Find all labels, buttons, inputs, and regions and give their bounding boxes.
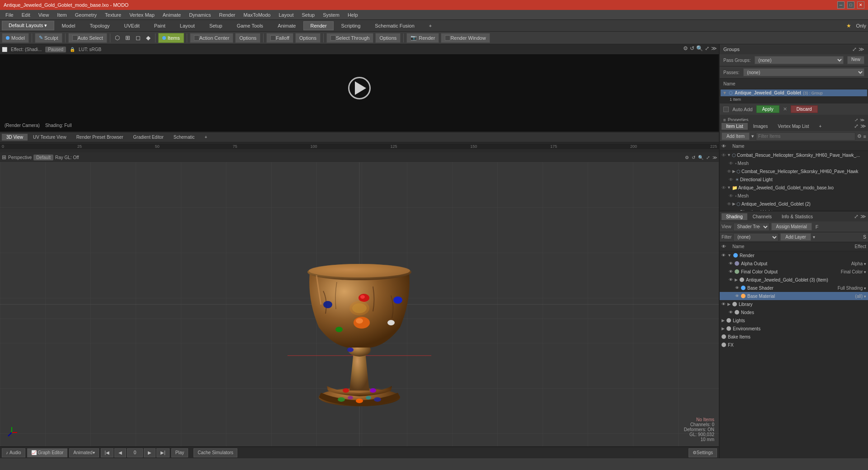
tab-vertex-map[interactable]: Vertex Map List bbox=[774, 123, 814, 130]
menu-view[interactable]: View bbox=[35, 11, 53, 19]
tab-gradient[interactable]: Gradient Editor bbox=[129, 134, 168, 141]
options-button-1[interactable]: Options bbox=[235, 33, 260, 43]
search-icon[interactable]: 🔍 bbox=[698, 155, 703, 160]
refresh-icon[interactable]: ↺ bbox=[692, 155, 695, 160]
settings-icon[interactable]: ⚙ bbox=[685, 155, 689, 160]
new-pass-group-button[interactable]: New bbox=[847, 56, 864, 64]
tab-channels[interactable]: Channels bbox=[748, 213, 776, 220]
viewport-3d[interactable]: No Items Channels: 0 Deformers: ON GL: 9… bbox=[0, 162, 719, 446]
refresh-icon[interactable]: ↺ bbox=[690, 45, 694, 52]
tab-render[interactable]: Render bbox=[303, 21, 333, 30]
shader-row-final-color[interactable]: 👁 Final Color Output Final Color ▾ bbox=[720, 268, 868, 276]
shader-row-base-material[interactable]: 👁 Base Material (all) ▾ bbox=[720, 292, 868, 300]
menu-geometry[interactable]: Geometry bbox=[71, 11, 100, 19]
expand-icon[interactable]: ⤢ bbox=[706, 155, 710, 160]
eye-icon[interactable]: 👁 bbox=[722, 302, 726, 306]
select-through-checkbox[interactable] bbox=[330, 35, 336, 41]
model-button[interactable]: Model bbox=[2, 33, 29, 43]
add-item-button[interactable]: Add Item bbox=[722, 132, 750, 140]
item-row[interactable]: 👁 ▼ 📁 Antique_Jeweled_Gold_Goblet_modo_b… bbox=[720, 183, 868, 192]
vert-icon[interactable]: ⬡ bbox=[113, 33, 122, 42]
action-center-button[interactable]: Action Center bbox=[190, 33, 234, 43]
eye-icon[interactable]: 👁 bbox=[729, 193, 733, 198]
tab-uv-texture[interactable]: UV Texture View bbox=[28, 134, 71, 141]
menu-edit[interactable]: Edit bbox=[18, 11, 34, 19]
eye-icon[interactable]: 👁 bbox=[729, 210, 733, 211]
shader-row-alpha[interactable]: 👁 Alpha Output Alpha ▾ bbox=[720, 259, 868, 268]
shader-row-lights[interactable]: ▶ Lights bbox=[720, 316, 868, 324]
settings-icon[interactable]: ⚙ bbox=[683, 45, 688, 52]
menu-texture[interactable]: Texture bbox=[101, 11, 125, 19]
item-row[interactable]: 👁 ▪ Mesh bbox=[720, 159, 868, 167]
zoom-icon[interactable]: 🔍 bbox=[696, 45, 703, 52]
tab-animate[interactable]: Animate bbox=[271, 21, 302, 30]
menu-layout[interactable]: Layout bbox=[275, 11, 297, 19]
auto-add-checkbox[interactable] bbox=[723, 107, 729, 112]
shader-row-base-shader[interactable]: 👁 Base Shader Full Shading ▾ bbox=[720, 284, 868, 292]
eye-icon[interactable]: 👁 bbox=[729, 269, 733, 274]
menu-maxtomodo[interactable]: MaxToModo bbox=[240, 11, 274, 19]
more-icon[interactable]: ≫ bbox=[712, 155, 717, 160]
menu-file[interactable]: File bbox=[2, 11, 17, 19]
tab-item-list[interactable]: Item List bbox=[722, 123, 748, 130]
groups-tree[interactable]: ▼ ⬡ Antique_Jeweled_Gold_Goblet (3) : Gr… bbox=[720, 89, 868, 103]
tab-paint[interactable]: Paint bbox=[147, 21, 172, 30]
frame-input[interactable] bbox=[127, 448, 143, 457]
options-button-3[interactable]: Options bbox=[375, 33, 401, 43]
action-center-checkbox[interactable] bbox=[194, 35, 199, 41]
maximize-button[interactable]: □ bbox=[847, 1, 854, 9]
render-button[interactable]: 📷 Render bbox=[406, 33, 439, 43]
shader-row-fx[interactable]: FX bbox=[720, 341, 868, 349]
menu-render[interactable]: Render bbox=[215, 11, 239, 19]
item-row[interactable]: 👁 ▼ ⬡ Combat_Rescue_Helicopter_Sikorsky_… bbox=[720, 151, 868, 159]
shader-tree-dropdown[interactable]: Shader Tree bbox=[733, 223, 769, 231]
more-icon[interactable]: ≫ bbox=[860, 213, 866, 220]
poly-icon[interactable]: ◻ bbox=[134, 33, 142, 42]
tab-info[interactable]: Info & Statistics bbox=[777, 213, 817, 220]
options-button-2[interactable]: Options bbox=[295, 33, 321, 43]
expand-icon[interactable]: ⤢ bbox=[852, 46, 857, 52]
item-row[interactable]: 👁 ▪ Mesh bbox=[720, 192, 868, 200]
eye-icon[interactable]: 👁 bbox=[729, 177, 733, 182]
tab-setup[interactable]: Setup bbox=[203, 21, 229, 30]
tab-topology[interactable]: Topology bbox=[83, 21, 116, 30]
tab-game-tools[interactable]: Game Tools bbox=[230, 21, 270, 30]
close-button[interactable]: ✕ bbox=[857, 1, 864, 9]
tab-shading[interactable]: Shading bbox=[722, 213, 747, 220]
item-row[interactable]: 👁 ▶ ⬡ Combat_Rescue_Helicopter_Sikorsky_… bbox=[720, 167, 868, 175]
shader-row-environments[interactable]: ▶ Environments bbox=[720, 324, 868, 333]
pass-groups-dropdown[interactable]: (none) bbox=[755, 56, 844, 64]
render-window-button[interactable]: Render Window bbox=[441, 33, 490, 43]
tab-render-preset[interactable]: Render Preset Browser bbox=[72, 134, 128, 141]
tab-3d-view[interactable]: 3D View bbox=[2, 134, 28, 141]
minimize-button[interactable]: ─ bbox=[837, 1, 844, 9]
tab-scripting[interactable]: Scripting bbox=[335, 21, 368, 30]
eye-icon[interactable]: 👁 bbox=[735, 294, 739, 298]
tab-plus[interactable]: + bbox=[815, 123, 826, 130]
menu-vertex-map[interactable]: Vertex Map bbox=[126, 11, 158, 19]
filter-input[interactable] bbox=[756, 132, 855, 141]
item-row[interactable]: 👁 ☀ Directional Light bbox=[720, 208, 868, 211]
assign-material-button[interactable]: Assign Material bbox=[771, 223, 812, 230]
passes-dropdown[interactable]: (none) bbox=[743, 68, 864, 76]
item-list-content[interactable]: 👁 ▼ ⬡ Combat_Rescue_Helicopter_Sikorsky_… bbox=[720, 151, 868, 211]
graph-editor-button[interactable]: 📈 Graph Editor bbox=[27, 448, 68, 457]
menu-item[interactable]: Item bbox=[53, 11, 70, 19]
shading-content[interactable]: 👁 ▼ Render 👁 Alpha Output Alpha ▾ 👁 bbox=[720, 251, 868, 458]
expand-icon[interactable]: ≫ bbox=[711, 45, 717, 52]
eye-icon[interactable]: 👁 bbox=[735, 286, 739, 290]
auto-select-checkbox[interactable] bbox=[72, 35, 78, 41]
shader-row-library[interactable]: 👁 ▶ Library bbox=[720, 300, 868, 308]
cache-button[interactable]: Cache Simulators bbox=[193, 448, 237, 457]
layout-dropdown[interactable]: Default Layouts ▾ bbox=[2, 21, 54, 30]
filter-icon[interactable]: ⚙ bbox=[857, 133, 862, 139]
tab-layout[interactable]: Layout bbox=[173, 21, 202, 30]
play-button[interactable] bbox=[348, 77, 371, 99]
eye-icon[interactable]: 👁 bbox=[729, 310, 733, 315]
tab-model[interactable]: Model bbox=[55, 21, 82, 30]
tab-plus[interactable]: + bbox=[200, 134, 212, 141]
auto-select-button[interactable]: Auto Select bbox=[68, 33, 107, 43]
items-button[interactable]: Items bbox=[158, 33, 184, 43]
dropdown-arrow[interactable]: ▾ bbox=[813, 235, 815, 240]
shader-row-render[interactable]: 👁 ▼ Render bbox=[720, 251, 868, 259]
